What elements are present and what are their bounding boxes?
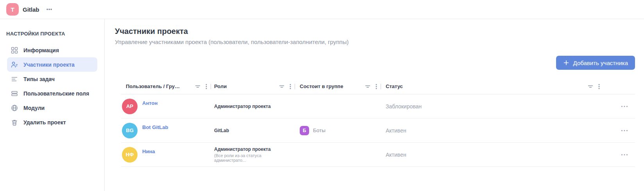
filter-icon[interactable] (279, 83, 285, 90)
main-content: Участники проекта Управление участниками… (105, 19, 644, 191)
member-group-cell (295, 143, 381, 166)
column-header-roles: Роли (211, 79, 295, 94)
sidebar-item-label: Удалить проект (23, 119, 66, 126)
member-name-link[interactable]: Антон (142, 100, 157, 106)
member-role: Администратор проекта (214, 104, 271, 109)
column-menu-kebab-icon[interactable] (290, 83, 291, 90)
group-badge: Б (300, 126, 309, 135)
filter-icon[interactable] (365, 83, 371, 90)
align-left-icon (11, 76, 18, 83)
plus-icon (563, 60, 569, 66)
sidebar-item-label: Информация (23, 47, 59, 53)
sidebar-item-modules[interactable]: Модули (7, 101, 97, 115)
user-list-icon (11, 61, 18, 68)
row-actions-ellipsis-icon[interactable] (619, 152, 630, 157)
page-title: Участники проекта (115, 27, 635, 36)
member-name-link[interactable]: Нина (142, 149, 155, 154)
column-menu-kebab-icon[interactable] (376, 83, 377, 90)
project-settings-sidebar: НАСТРОЙКИ ПРОЕКТА Информация Участники п… (0, 19, 105, 191)
member-role: Администратор проекта (214, 147, 271, 152)
avatar: AP (122, 99, 138, 114)
column-menu-kebab-icon[interactable] (206, 83, 207, 90)
sidebar-section-title: НАСТРОЙКИ ПРОЕКТА (6, 31, 98, 37)
row-actions-ellipsis-icon[interactable] (619, 128, 630, 133)
sidebar-item-project-members[interactable]: Участники проекта (7, 57, 97, 72)
sidebar-item-delete-project[interactable]: Удалить проект (7, 115, 97, 129)
member-status: Активен (386, 127, 406, 134)
group-name: Боты (313, 127, 326, 133)
column-header-status: Статус (381, 79, 604, 94)
trash-icon (11, 119, 18, 126)
sidebar-item-label: Пользовательские поля (23, 90, 89, 97)
add-member-button[interactable]: Добавить участника (556, 56, 635, 70)
avatar: НФ (122, 147, 138, 163)
globe-icon (11, 104, 18, 111)
workspace-menu-ellipsis-icon[interactable] (44, 4, 54, 14)
rows-icon (11, 90, 18, 97)
member-group-cell (295, 94, 381, 118)
column-header-user-group: Пользователь / Гру… (121, 79, 211, 94)
member-status: Заблокирован (386, 103, 422, 110)
filter-icon[interactable] (587, 83, 594, 90)
add-member-button-label: Добавить участника (573, 60, 628, 66)
row-actions-ellipsis-icon[interactable] (619, 104, 630, 109)
workspace-avatar: T (6, 3, 19, 16)
member-role: GitLab (214, 128, 229, 133)
sidebar-item-custom-fields[interactable]: Пользовательские поля (7, 86, 97, 101)
avatar: BG (122, 123, 138, 138)
member-name-link[interactable]: Bot GitLab (142, 124, 168, 130)
sidebar-item-information[interactable]: Информация (7, 43, 97, 57)
table-row: BG Bot GitLab GitLab Б Боты Активен (121, 118, 635, 143)
top-bar: T Gitlab (0, 0, 644, 19)
member-role-note: (Все роли из-за статуса администрато... (214, 153, 291, 163)
page-subtitle: Управление участниками проекта (пользова… (115, 39, 635, 45)
column-menu-kebab-icon[interactable] (598, 83, 600, 90)
filter-icon[interactable] (195, 83, 201, 90)
sidebar-item-label: Типы задач (23, 76, 55, 82)
sidebar-item-label: Участники проекта (23, 62, 75, 68)
sidebar-item-task-types[interactable]: Типы задач (7, 72, 97, 86)
member-status: Активен (386, 152, 406, 158)
table-header-row: Пользователь / Гру… Роли (121, 79, 635, 94)
table-row: НФ Нина Администратор проекта (Все роли … (121, 143, 635, 167)
workspace-title: Gitlab (23, 6, 39, 13)
sidebar-item-label: Модули (23, 105, 45, 111)
column-header-member-of-group: Состоит в группе (295, 79, 381, 94)
member-group-cell: Б Боты (295, 118, 381, 142)
column-header-actions (604, 79, 635, 94)
members-table: Пользователь / Гру… Роли (121, 79, 635, 167)
table-row: AP Антон Администратор проекта Заблокиро… (121, 94, 635, 118)
grid-icon (11, 47, 18, 54)
